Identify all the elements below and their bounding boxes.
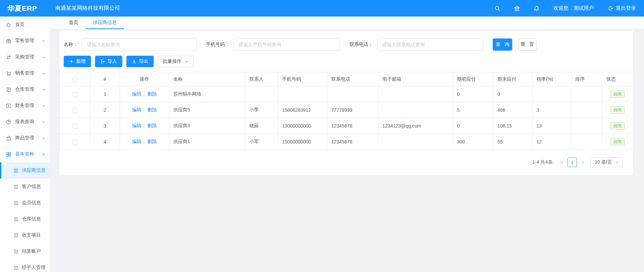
sidebar-item-label: 财务管理 (15, 103, 34, 109)
phone-input[interactable] (234, 38, 340, 51)
status-badge[interactable]: 启用 (610, 138, 625, 145)
sidebar-item-首页[interactable]: 首页 (0, 17, 50, 33)
tab-supplier-info[interactable]: 供应商信息 (86, 17, 124, 29)
row-index-cell: 2 (90, 102, 120, 118)
basic-data-icon (6, 152, 11, 157)
row-index-cell: 1 (90, 86, 120, 102)
sidebar-item-仓库管理[interactable]: 仓库管理 (0, 81, 50, 98)
bell-icon[interactable] (533, 5, 540, 12)
status-cell: 启用 (602, 102, 633, 118)
tel-label: 联系电话： (349, 42, 373, 48)
logout-button[interactable]: 退出登录 (608, 5, 636, 11)
sidebar-item-基本资料[interactable]: 基本资料 (0, 146, 50, 162)
table-row: 2编辑|删除供应商5小季158062839127777999954863启用 (60, 102, 633, 118)
retail-icon (6, 38, 11, 44)
sidebar-item-财务管理[interactable]: 财务管理 (0, 98, 50, 114)
edit-link[interactable]: 编辑 (132, 107, 142, 112)
row-select-cell (60, 102, 90, 118)
doc-icon (13, 200, 19, 206)
sidebar-subitem-label: 客户信息 (22, 184, 41, 190)
edit-link[interactable]: 编辑 (132, 91, 142, 97)
sidebar-subitem-label: 供应商信息 (22, 167, 45, 173)
prev-page-icon[interactable] (558, 158, 565, 167)
chevron-up-icon (42, 153, 45, 156)
row-checkbox[interactable] (73, 92, 78, 97)
column-header: 名称 (169, 72, 245, 86)
row-checkbox[interactable] (73, 108, 78, 113)
chevron-down-icon (42, 104, 45, 108)
supplier-panel: 名称： 手机号码： 联系电话： 查 询 重 置 新增 (60, 31, 633, 175)
row-actions-cell: 编辑|删除 (120, 118, 169, 134)
row-checkbox[interactable] (73, 140, 78, 144)
begin-payable-cell: 5 (453, 102, 493, 118)
sidebar-subitem-仓库信息[interactable]: 仓库信息 (0, 211, 50, 227)
row-checkbox[interactable] (73, 124, 78, 129)
sidebar-item-采购管理[interactable]: 采购管理 (0, 49, 50, 65)
action-divider: | (144, 91, 145, 97)
sidebar-item-label: 采购管理 (15, 54, 34, 60)
table-toolbar: 新增 导入 导出 批量操作 (64, 56, 633, 67)
column-header: # (90, 72, 120, 86)
delete-link[interactable]: 删除 (147, 139, 157, 144)
column-header: 期初应付 (453, 72, 493, 86)
status-badge[interactable]: 启用 (610, 90, 625, 98)
end-payable-cell: 0 (493, 86, 532, 102)
app-window: 华夏ERP 南通某某网络科技有限公司 欢迎您，测试用户 退出登录 首页零售管理采… (0, 0, 644, 272)
delete-link[interactable]: 删除 (147, 91, 157, 97)
column-header: 期末应付 (493, 72, 532, 86)
tab-home[interactable]: 首页 (61, 17, 86, 29)
sales-icon (6, 71, 11, 76)
sidebar-item-报表查询[interactable]: 报表查询 (0, 114, 50, 130)
phone-label: 手机号码： (206, 42, 229, 48)
status-badge[interactable]: 启用 (610, 122, 625, 130)
search-form: 名称： 手机号码： 联系电话： 查 询 重 置 (60, 31, 633, 51)
edit-link[interactable]: 编辑 (132, 139, 142, 144)
chevron-down-icon (42, 136, 45, 140)
import-button[interactable]: 导入 (95, 56, 122, 67)
sidebar-subitem-供应商信息[interactable]: 供应商信息 (0, 162, 50, 179)
bank-icon[interactable] (514, 5, 520, 12)
batch-actions-dropdown[interactable]: 批量操作 (158, 56, 193, 67)
import-icon (100, 59, 105, 64)
next-page-icon[interactable] (579, 158, 586, 167)
reset-button[interactable]: 重 置 (518, 38, 536, 51)
sidebar-item-销售管理[interactable]: 销售管理 (0, 65, 50, 81)
phone-cell (278, 86, 327, 102)
email-cell (378, 134, 453, 150)
sidebar-subitem-结算账户[interactable]: 结算账户 (0, 243, 50, 260)
page-size-select[interactable]: 10 条/页 (590, 157, 623, 167)
tel-input[interactable] (377, 38, 483, 51)
name-input[interactable] (82, 38, 196, 51)
page-number-button[interactable]: 1 (568, 158, 577, 167)
select-all-checkbox[interactable] (73, 77, 78, 82)
doc-icon (13, 184, 19, 189)
sidebar-subitem-label: 结算账户 (22, 248, 41, 254)
delete-link[interactable]: 删除 (147, 123, 157, 128)
query-button[interactable]: 查 询 (493, 38, 512, 51)
doc-icon (13, 168, 19, 173)
chevron-down-icon (42, 88, 45, 91)
begin-payable-cell: 0 (453, 86, 493, 102)
export-button[interactable]: 导出 (126, 56, 154, 67)
sidebar-subitem-经手人管理[interactable]: 经手人管理 (0, 260, 50, 272)
sidebar-subitem-客户信息[interactable]: 客户信息 (0, 179, 50, 195)
select-all-header-cell (60, 72, 90, 86)
column-header: 操作 (120, 72, 169, 86)
contact-cell (245, 86, 278, 102)
edit-link[interactable]: 编辑 (132, 123, 142, 128)
sidebar-item-零售管理[interactable]: 零售管理 (0, 33, 50, 49)
sidebar-item-商品管理[interactable]: 商品管理 (0, 130, 50, 146)
sidebar-subitem-收支项目[interactable]: 收支项目 (0, 227, 50, 243)
action-divider: | (144, 123, 145, 128)
add-button[interactable]: 新增 (64, 56, 91, 67)
tel-cell: 12345678 (327, 134, 378, 150)
sidebar-item-label: 报表查询 (15, 119, 34, 125)
export-icon (132, 59, 136, 64)
search-icon[interactable] (494, 5, 501, 12)
status-badge[interactable]: 启用 (610, 106, 625, 114)
delete-link[interactable]: 删除 (147, 107, 157, 112)
sidebar-subitem-会员信息[interactable]: 会员信息 (0, 195, 50, 211)
table-body: 1编辑|删除苏州蜗牛网络00启用2编辑|删除供应商5小季158062839127… (60, 86, 633, 150)
name-cell: 苏州蜗牛网络 (169, 86, 245, 102)
sidebar-item-label: 首页 (15, 22, 25, 28)
